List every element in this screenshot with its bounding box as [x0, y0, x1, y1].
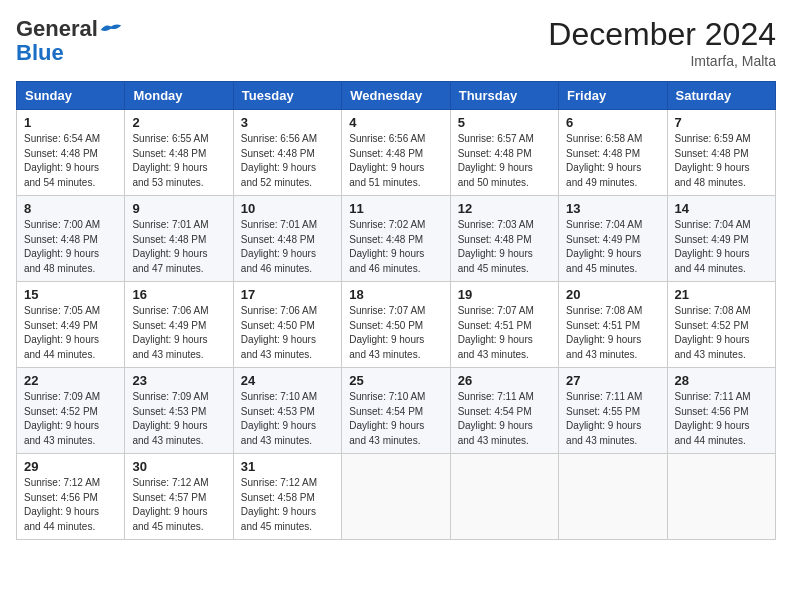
calendar-table: SundayMondayTuesdayWednesdayThursdayFrid… — [16, 81, 776, 540]
calendar-cell: 7 Sunrise: 6:59 AMSunset: 4:48 PMDayligh… — [667, 110, 775, 196]
calendar-cell: 11 Sunrise: 7:02 AMSunset: 4:48 PMDaylig… — [342, 196, 450, 282]
day-info: Sunrise: 7:02 AMSunset: 4:48 PMDaylight:… — [349, 219, 425, 274]
day-info: Sunrise: 7:11 AMSunset: 4:55 PMDaylight:… — [566, 391, 642, 446]
day-number: 7 — [675, 115, 768, 130]
day-info: Sunrise: 7:07 AMSunset: 4:50 PMDaylight:… — [349, 305, 425, 360]
day-number: 1 — [24, 115, 117, 130]
calendar-cell: 28 Sunrise: 7:11 AMSunset: 4:56 PMDaylig… — [667, 368, 775, 454]
day-number: 31 — [241, 459, 334, 474]
day-number: 25 — [349, 373, 442, 388]
logo-blue-text: Blue — [16, 40, 64, 65]
day-number: 3 — [241, 115, 334, 130]
day-number: 14 — [675, 201, 768, 216]
day-info: Sunrise: 7:10 AMSunset: 4:54 PMDaylight:… — [349, 391, 425, 446]
calendar-cell: 9 Sunrise: 7:01 AMSunset: 4:48 PMDayligh… — [125, 196, 233, 282]
day-info: Sunrise: 7:10 AMSunset: 4:53 PMDaylight:… — [241, 391, 317, 446]
day-number: 12 — [458, 201, 551, 216]
day-number: 6 — [566, 115, 659, 130]
calendar-cell: 4 Sunrise: 6:56 AMSunset: 4:48 PMDayligh… — [342, 110, 450, 196]
calendar-cell — [342, 454, 450, 540]
calendar-cell: 20 Sunrise: 7:08 AMSunset: 4:51 PMDaylig… — [559, 282, 667, 368]
day-info: Sunrise: 7:12 AMSunset: 4:56 PMDaylight:… — [24, 477, 100, 532]
calendar-cell: 8 Sunrise: 7:00 AMSunset: 4:48 PMDayligh… — [17, 196, 125, 282]
calendar-cell — [667, 454, 775, 540]
day-number: 9 — [132, 201, 225, 216]
month-title: December 2024 — [548, 16, 776, 53]
calendar-cell: 23 Sunrise: 7:09 AMSunset: 4:53 PMDaylig… — [125, 368, 233, 454]
day-number: 13 — [566, 201, 659, 216]
day-info: Sunrise: 7:06 AMSunset: 4:50 PMDaylight:… — [241, 305, 317, 360]
day-number: 18 — [349, 287, 442, 302]
calendar-cell: 17 Sunrise: 7:06 AMSunset: 4:50 PMDaylig… — [233, 282, 341, 368]
calendar-cell: 2 Sunrise: 6:55 AMSunset: 4:48 PMDayligh… — [125, 110, 233, 196]
calendar-header-row: SundayMondayTuesdayWednesdayThursdayFrid… — [17, 82, 776, 110]
page-header: General Blue December 2024 Imtarfa, Malt… — [16, 16, 776, 69]
calendar-week-row: 29 Sunrise: 7:12 AMSunset: 4:56 PMDaylig… — [17, 454, 776, 540]
day-number: 5 — [458, 115, 551, 130]
calendar-day-header: Monday — [125, 82, 233, 110]
calendar-week-row: 15 Sunrise: 7:05 AMSunset: 4:49 PMDaylig… — [17, 282, 776, 368]
day-info: Sunrise: 7:08 AMSunset: 4:52 PMDaylight:… — [675, 305, 751, 360]
day-number: 19 — [458, 287, 551, 302]
title-block: December 2024 Imtarfa, Malta — [548, 16, 776, 69]
calendar-cell: 18 Sunrise: 7:07 AMSunset: 4:50 PMDaylig… — [342, 282, 450, 368]
day-info: Sunrise: 6:57 AMSunset: 4:48 PMDaylight:… — [458, 133, 534, 188]
calendar-week-row: 1 Sunrise: 6:54 AMSunset: 4:48 PMDayligh… — [17, 110, 776, 196]
logo-text: General — [16, 16, 122, 42]
location: Imtarfa, Malta — [548, 53, 776, 69]
day-info: Sunrise: 7:05 AMSunset: 4:49 PMDaylight:… — [24, 305, 100, 360]
calendar-cell: 19 Sunrise: 7:07 AMSunset: 4:51 PMDaylig… — [450, 282, 558, 368]
calendar-cell: 12 Sunrise: 7:03 AMSunset: 4:48 PMDaylig… — [450, 196, 558, 282]
day-info: Sunrise: 6:56 AMSunset: 4:48 PMDaylight:… — [349, 133, 425, 188]
day-info: Sunrise: 6:58 AMSunset: 4:48 PMDaylight:… — [566, 133, 642, 188]
day-info: Sunrise: 7:04 AMSunset: 4:49 PMDaylight:… — [675, 219, 751, 274]
calendar-cell: 1 Sunrise: 6:54 AMSunset: 4:48 PMDayligh… — [17, 110, 125, 196]
day-info: Sunrise: 7:07 AMSunset: 4:51 PMDaylight:… — [458, 305, 534, 360]
calendar-day-header: Wednesday — [342, 82, 450, 110]
calendar-day-header: Tuesday — [233, 82, 341, 110]
calendar-week-row: 8 Sunrise: 7:00 AMSunset: 4:48 PMDayligh… — [17, 196, 776, 282]
day-number: 11 — [349, 201, 442, 216]
day-info: Sunrise: 7:06 AMSunset: 4:49 PMDaylight:… — [132, 305, 208, 360]
day-number: 28 — [675, 373, 768, 388]
day-info: Sunrise: 7:11 AMSunset: 4:54 PMDaylight:… — [458, 391, 534, 446]
calendar-day-header: Saturday — [667, 82, 775, 110]
day-info: Sunrise: 7:03 AMSunset: 4:48 PMDaylight:… — [458, 219, 534, 274]
calendar-cell: 3 Sunrise: 6:56 AMSunset: 4:48 PMDayligh… — [233, 110, 341, 196]
day-info: Sunrise: 7:08 AMSunset: 4:51 PMDaylight:… — [566, 305, 642, 360]
calendar-cell: 10 Sunrise: 7:01 AMSunset: 4:48 PMDaylig… — [233, 196, 341, 282]
calendar-cell: 31 Sunrise: 7:12 AMSunset: 4:58 PMDaylig… — [233, 454, 341, 540]
day-number: 30 — [132, 459, 225, 474]
day-number: 20 — [566, 287, 659, 302]
day-info: Sunrise: 6:54 AMSunset: 4:48 PMDaylight:… — [24, 133, 100, 188]
day-info: Sunrise: 6:56 AMSunset: 4:48 PMDaylight:… — [241, 133, 317, 188]
day-info: Sunrise: 7:11 AMSunset: 4:56 PMDaylight:… — [675, 391, 751, 446]
day-info: Sunrise: 7:09 AMSunset: 4:53 PMDaylight:… — [132, 391, 208, 446]
day-number: 21 — [675, 287, 768, 302]
calendar-cell: 21 Sunrise: 7:08 AMSunset: 4:52 PMDaylig… — [667, 282, 775, 368]
calendar-cell: 24 Sunrise: 7:10 AMSunset: 4:53 PMDaylig… — [233, 368, 341, 454]
day-number: 8 — [24, 201, 117, 216]
calendar-day-header: Sunday — [17, 82, 125, 110]
day-info: Sunrise: 7:04 AMSunset: 4:49 PMDaylight:… — [566, 219, 642, 274]
day-number: 27 — [566, 373, 659, 388]
day-number: 17 — [241, 287, 334, 302]
day-number: 29 — [24, 459, 117, 474]
day-info: Sunrise: 7:12 AMSunset: 4:57 PMDaylight:… — [132, 477, 208, 532]
day-info: Sunrise: 6:55 AMSunset: 4:48 PMDaylight:… — [132, 133, 208, 188]
calendar-cell: 22 Sunrise: 7:09 AMSunset: 4:52 PMDaylig… — [17, 368, 125, 454]
day-number: 16 — [132, 287, 225, 302]
calendar-cell: 27 Sunrise: 7:11 AMSunset: 4:55 PMDaylig… — [559, 368, 667, 454]
day-number: 4 — [349, 115, 442, 130]
calendar-cell: 13 Sunrise: 7:04 AMSunset: 4:49 PMDaylig… — [559, 196, 667, 282]
logo: General Blue — [16, 16, 122, 66]
calendar-cell: 6 Sunrise: 6:58 AMSunset: 4:48 PMDayligh… — [559, 110, 667, 196]
day-number: 26 — [458, 373, 551, 388]
calendar-cell: 30 Sunrise: 7:12 AMSunset: 4:57 PMDaylig… — [125, 454, 233, 540]
calendar-day-header: Thursday — [450, 82, 558, 110]
calendar-cell: 25 Sunrise: 7:10 AMSunset: 4:54 PMDaylig… — [342, 368, 450, 454]
day-info: Sunrise: 7:01 AMSunset: 4:48 PMDaylight:… — [241, 219, 317, 274]
day-number: 15 — [24, 287, 117, 302]
day-number: 23 — [132, 373, 225, 388]
day-info: Sunrise: 6:59 AMSunset: 4:48 PMDaylight:… — [675, 133, 751, 188]
